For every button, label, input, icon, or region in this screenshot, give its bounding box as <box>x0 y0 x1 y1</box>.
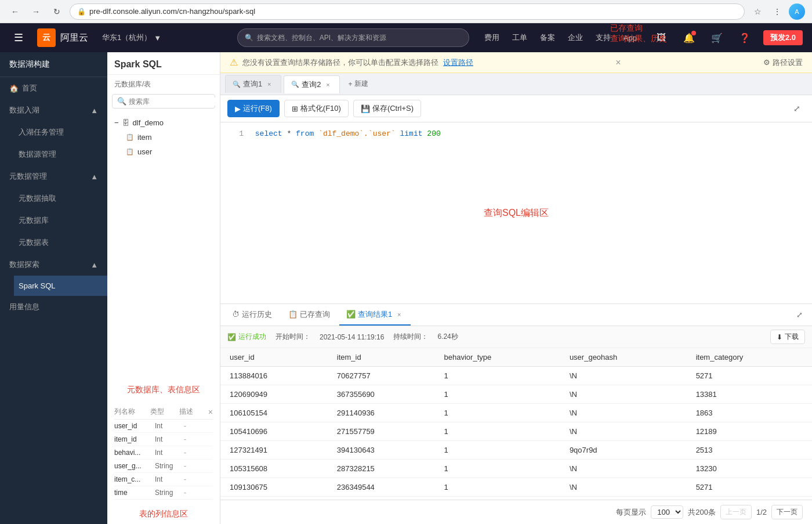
col-close-btn[interactable]: × <box>208 407 213 417</box>
cell-user_geohash-5: \N <box>560 460 687 478</box>
col-info-header: 列名称 类型 描述 × <box>114 404 213 420</box>
spark-sql-title: Spark SQL <box>107 52 220 75</box>
save-button[interactable]: 💾 保存(Ctrl+S) <box>353 100 421 117</box>
nav-search-icon: 🔍 <box>245 34 253 42</box>
meta-tree-item-item[interactable]: 📋 item <box>121 130 220 144</box>
table-name-user: user <box>137 147 152 156</box>
col-name-itemid: item_id <box>114 435 155 443</box>
pre-release-button[interactable]: 预发2.0 <box>763 30 803 45</box>
saved-icon: 📋 <box>288 310 298 319</box>
expand-editor-btn[interactable]: ⤢ <box>789 100 805 117</box>
col-type-itemcat: Int <box>155 475 184 483</box>
sql-limit-value: 200 <box>427 129 440 138</box>
cell-item_id-2: 291140936 <box>328 404 435 422</box>
col-row-time: time String - <box>114 486 213 500</box>
meta-tree-item-user[interactable]: 📋 user <box>121 144 220 159</box>
col-name-itemcat: item_c... <box>114 475 155 483</box>
pagination-bar: 每页显示 100 50 200 共200条 上一页 1/2 下一页 <box>220 500 812 524</box>
cell-behavior_type-4: 1 <box>435 441 560 460</box>
col-row-usergeo: user_g... String - <box>114 460 213 473</box>
sidebar-item-meta-extract[interactable]: 元数据抽取 <box>14 187 107 209</box>
nav-link-fee[interactable]: 费用 <box>478 30 505 45</box>
col-type-time: String <box>155 489 184 497</box>
nav-search[interactable]: 🔍 搜索文档、控制台、API、解决方案和资源 <box>237 28 469 47</box>
tab-query1-close[interactable]: × <box>264 79 274 89</box>
download-button[interactable]: ⬇ 下载 <box>770 330 805 344</box>
user-avatar: A <box>789 3 805 20</box>
settings-button[interactable]: ⋮ <box>769 3 785 20</box>
result-tab-results1-close[interactable]: × <box>394 310 404 319</box>
forward-button[interactable]: → <box>28 3 44 20</box>
path-setting-btn[interactable]: ⚙ 路径设置 <box>763 57 803 68</box>
notification-icon-btn[interactable]: 🔔 <box>680 28 698 47</box>
meta-tree-db[interactable]: − 🗄 dlf_demo <box>107 115 220 130</box>
new-tab-btn[interactable]: + 新建 <box>342 75 374 92</box>
nav-link-ticket[interactable]: 工单 <box>506 30 533 45</box>
download-icon: ⬇ <box>777 333 782 341</box>
refresh-button[interactable]: ↻ <box>49 3 65 20</box>
meta-annotation-label: 元数据库、表信息区 <box>107 380 220 400</box>
chevron-up-icon-meta: ▲ <box>90 172 98 181</box>
results-data-table[interactable]: user_id item_id behavior_type user_geoha… <box>220 348 812 500</box>
cart-icon-btn[interactable]: 🛒 <box>708 28 726 47</box>
sidebar-label-home: 首页 <box>22 83 37 93</box>
sql-area: ⚠ 您没有设置查询结果存储路径，你可以单击配置来选择路径 设置路径 × ⚙ 路径… <box>220 52 812 524</box>
table-icon-user: 📋 <box>126 148 134 156</box>
col-type-itemid: Int <box>155 435 184 443</box>
results-tabs-bar: ⏱ 运行历史 📋 已存查询 ✅ 查询结果1 × 已存查询查询结果、历史 ⤢ <box>220 304 812 326</box>
col-header-name: 列名称 <box>114 407 135 417</box>
sidebar-item-meta-db[interactable]: 元数据库 <box>14 209 107 232</box>
page-size-select[interactable]: 100 50 200 <box>651 505 683 519</box>
sidebar-item-meta-table[interactable]: 元数据表 <box>14 232 107 254</box>
col-desc-itemcat: - <box>184 475 213 483</box>
region-selector[interactable]: 华东1（杭州） ▼ <box>97 30 166 45</box>
result-tab-history[interactable]: ⏱ 运行历史 <box>225 305 279 326</box>
bookmark-button[interactable]: ☆ <box>749 3 766 20</box>
nav-link-beian[interactable]: 备案 <box>534 30 561 45</box>
sql-keyword-limit: limit <box>400 129 423 138</box>
url-bar[interactable]: 🔒 pre-dlf.console.aliyun.com/cn-hangzhou… <box>70 3 745 20</box>
run-button[interactable]: ▶ 运行(F8) <box>227 100 280 117</box>
sidebar-item-home[interactable]: 🏠 首页 <box>0 77 107 99</box>
sidebar-section-datalake[interactable]: 数据入湖 ▲ <box>0 99 107 121</box>
help-icon-btn[interactable]: ❓ <box>735 28 754 47</box>
sidebar-item-sparksql[interactable]: Spark SQL <box>14 276 107 296</box>
tab-query1[interactable]: 🔍 查询1 × <box>225 75 281 93</box>
sidebar-item-task-mgmt[interactable]: 入湖任务管理 <box>14 121 107 143</box>
next-page-button[interactable]: 下一页 <box>771 505 803 519</box>
result-tab-saved[interactable]: 📋 已存查询 <box>281 305 337 326</box>
sidebar-item-usage[interactable]: 用量信息 <box>0 296 107 318</box>
back-button[interactable]: ← <box>7 3 23 20</box>
hamburger-button[interactable]: ☰ <box>9 28 28 47</box>
nav-link-support[interactable]: 支持 <box>590 30 617 45</box>
prev-page-button[interactable]: 上一页 <box>720 505 752 519</box>
content-area: Spark SQL 元数据库/表 🔍 − 🗄 dlf_demo 📋 item <box>107 52 812 524</box>
sql-editor[interactable]: 1 select * from `dlf_demo`.`user` limit … <box>220 122 812 303</box>
image-icon-btn[interactable]: 🖼 <box>652 28 670 47</box>
meta-search-input[interactable] <box>129 97 216 106</box>
alert-close-btn[interactable]: × <box>615 57 621 68</box>
sql-keyword-select: select <box>255 129 282 138</box>
nav-link-app[interactable]: App <box>618 31 643 45</box>
sidebar-section-meta[interactable]: 元数据管理 ▲ <box>0 165 107 187</box>
alert-link[interactable]: 设置路径 <box>443 57 473 68</box>
result-tab-results1[interactable]: ✅ 查询结果1 × <box>339 305 411 326</box>
meta-search-bar[interactable]: 🔍 <box>112 94 215 109</box>
sql-editor-content[interactable]: 1 select * from `dlf_demo`.`user` limit … <box>220 122 812 303</box>
sidebar-sub-datalake: 入湖任务管理 数据源管理 <box>0 121 107 165</box>
start-time-value: 2021-05-14 11:19:16 <box>320 333 384 341</box>
table-row: 12732149139413064319qo7r9d2513 <box>220 441 812 460</box>
tab-query2[interactable]: 🔍 查询2 × <box>284 75 340 93</box>
sidebar-section-explore[interactable]: 数据探索 ▲ <box>0 254 107 276</box>
sidebar-item-datasource-mgmt[interactable]: 数据源管理 <box>14 143 107 165</box>
nav-link-enterprise[interactable]: 企业 <box>562 30 589 45</box>
col-type-usergeo: String <box>155 462 184 470</box>
hamburger-icon: ☰ <box>14 31 23 44</box>
col-header-user_geohash: user_geohash <box>560 348 687 367</box>
col-row-itemcat: item_c... Int - <box>114 473 213 486</box>
sidebar-label-meta-db: 元数据库 <box>19 215 49 226</box>
result-tab-history-label: 运行历史 <box>242 309 272 320</box>
tab-query2-close[interactable]: × <box>323 80 332 89</box>
expand-results-btn[interactable]: ⤢ <box>791 307 807 323</box>
format-button[interactable]: ⊞ 格式化(F10) <box>284 100 349 117</box>
